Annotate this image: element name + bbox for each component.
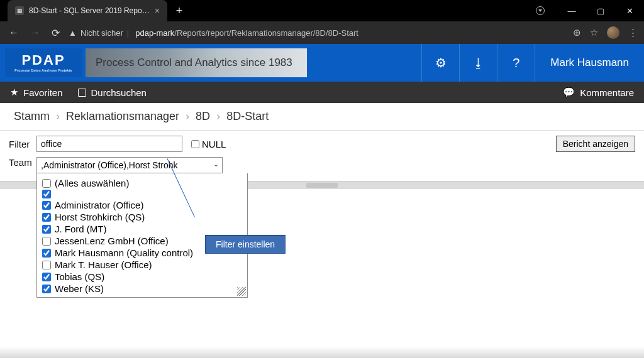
team-option-checkbox[interactable] (42, 285, 51, 293)
filter-label: Filter (9, 139, 36, 149)
current-user-label[interactable]: Mark Hausmann (535, 44, 644, 82)
logo-text: PDAP (21, 53, 65, 67)
insecure-label: Nicht sicher (80, 28, 123, 38)
breadcrumb-separator-icon: › (186, 110, 189, 123)
browser-tab[interactable]: ▦ 8D-Start - SQL Server 2019 Repo… × (8, 0, 167, 21)
team-option-checkbox[interactable] (42, 201, 51, 210)
warning-icon: ▲ (69, 28, 77, 38)
team-label: Team (9, 157, 36, 168)
url-host: pdap-mark (135, 28, 174, 38)
banner-text: Process Control and Analytics since 1983 (86, 57, 292, 69)
browser-menu-icon[interactable]: ⋮ (628, 27, 638, 38)
team-dropdown[interactable]: ,Administrator (Office),Horst Strohk ⌄ (… (36, 157, 223, 173)
profile-avatar-icon[interactable] (607, 26, 619, 39)
callout-box: Filter einstellen (205, 235, 286, 254)
team-option-checkbox[interactable] (42, 249, 51, 258)
star-icon: ★ (10, 87, 18, 98)
team-option-checkbox[interactable] (42, 237, 51, 246)
team-option[interactable]: Administrator (Office) (41, 199, 243, 211)
comments-button[interactable]: 💬 Kommentare (563, 87, 634, 98)
window-titlebar: ▦ 8D-Start - SQL Server 2019 Repo… × + —… (0, 0, 644, 21)
null-label: NULL (202, 139, 226, 149)
settings-gear-icon[interactable]: ⚙ (421, 44, 459, 82)
team-option[interactable] (41, 189, 243, 199)
team-option-label: Tobias (QS) (55, 271, 104, 282)
filter-input[interactable] (36, 136, 182, 152)
team-option-checkbox[interactable] (42, 190, 51, 198)
breadcrumb-item[interactable]: 8D (196, 110, 210, 123)
team-option[interactable]: Mark T. Hauser (Office) (41, 259, 243, 271)
tab-title: 8D-Start - SQL Server 2019 Repo… (29, 6, 150, 15)
view-report-button[interactable]: Bericht anzeigen (556, 136, 635, 152)
favorites-label: Favoriten (23, 87, 63, 98)
team-option-label: Weber (KS) (55, 283, 104, 294)
breadcrumb-separator-icon: › (56, 110, 60, 123)
url-display[interactable]: pdap-mark/Reports/report/Reklamationsman… (135, 28, 358, 38)
logo-subtext: Prozesse Daten Analysen Projekte (14, 68, 72, 72)
team-option-checkbox[interactable] (42, 213, 51, 222)
new-tab-button[interactable]: + (176, 4, 183, 18)
team-option-checkbox[interactable] (42, 273, 51, 281)
zoom-icon[interactable]: ⊕ (573, 27, 581, 38)
team-option-label: Mark Hausmann (Quality control) (55, 247, 193, 258)
null-checkbox[interactable]: NULL (191, 139, 226, 149)
breadcrumb-item[interactable]: Reklamationsmanager (66, 110, 179, 123)
team-option[interactable]: (Alles auswählen) (41, 177, 243, 189)
breadcrumb-separator-icon: › (216, 110, 220, 123)
splitter-handle-icon (306, 183, 338, 188)
team-option-label: Horst Strohkirch (QS) (55, 212, 145, 222)
tab-favicon: ▦ (15, 6, 24, 15)
team-option[interactable]: J. Ford (MT) (41, 223, 243, 235)
null-checkbox-input[interactable] (191, 140, 199, 148)
pdap-logo[interactable]: PDAP Prozesse Daten Analysen Projekte (5, 48, 82, 77)
nav-forward-button[interactable]: → (28, 27, 43, 38)
team-option-label: (Alles auswählen) (55, 178, 129, 188)
nav-reload-button[interactable]: ⟳ (49, 27, 62, 39)
breadcrumb-item[interactable]: Stamm (14, 110, 50, 123)
nav-back-button[interactable]: ← (6, 27, 21, 38)
report-toolbar: ★ Favoriten Durchsuchen 💬 Kommentare (0, 82, 644, 103)
team-option-checkbox[interactable] (42, 179, 51, 188)
browser-addressbar: ← → ⟳ ▲ Nicht sicher | pdap-mark/Reports… (0, 21, 644, 44)
team-option-label: J. Ford (MT) (55, 224, 107, 234)
team-option-checkbox[interactable] (42, 225, 51, 234)
breadcrumb-bar: Stamm › Reklamationsmanager › 8D › 8D-St… (0, 103, 644, 131)
resize-handle-icon[interactable] (237, 287, 246, 296)
breadcrumb-item[interactable]: 8D-Start (226, 110, 269, 123)
incognito-icon (536, 6, 545, 15)
help-icon[interactable]: ? (497, 44, 535, 82)
team-option-label: Administrator (Office) (55, 200, 143, 210)
download-icon[interactable]: ⭳ (459, 44, 497, 82)
tab-close-icon[interactable]: × (155, 6, 160, 16)
window-minimize-button[interactable]: — (557, 1, 586, 20)
url-path: /Reports/report/Reklamationsmanager/8D/8… (174, 28, 358, 38)
favorites-button[interactable]: ★ Favoriten (10, 87, 63, 98)
folder-icon (78, 89, 86, 97)
browse-label: Durchsuchen (91, 87, 147, 98)
security-indicator[interactable]: ▲ Nicht sicher | (69, 28, 129, 38)
report-parameters: Bericht anzeigen Filter NULL Team ,Admin… (0, 131, 644, 182)
window-close-button[interactable]: ✕ (615, 1, 644, 20)
team-option[interactable]: Weber (KS) (41, 283, 243, 295)
team-dropdown-value[interactable]: ,Administrator (Office),Horst Strohk (36, 157, 223, 173)
bookmark-star-icon[interactable]: ☆ (590, 27, 598, 38)
team-option-checkbox[interactable] (42, 261, 51, 269)
comments-label: Kommentare (580, 87, 634, 98)
team-option-label: JessenLenz GmbH (Office) (55, 236, 169, 246)
browse-button[interactable]: Durchsuchen (78, 87, 147, 98)
team-option-label: Mark T. Hauser (Office) (55, 259, 152, 270)
team-option[interactable]: Tobias (QS) (41, 271, 243, 283)
window-maximize-button[interactable]: ▢ (586, 1, 615, 20)
team-option[interactable]: Horst Strohkirch (QS) (41, 211, 243, 223)
banner-image: Process Control and Analytics since 1983 (86, 48, 307, 77)
bottom-shadow (0, 347, 644, 358)
brand-header: PDAP Prozesse Daten Analysen Projekte Pr… (0, 44, 644, 82)
comment-icon: 💬 (563, 87, 575, 98)
